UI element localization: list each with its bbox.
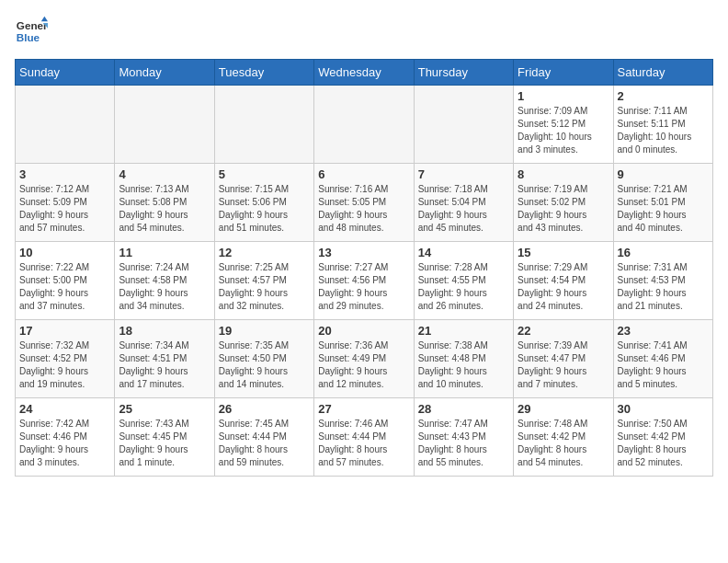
day-cell-27: 27Sunrise: 7:46 AM Sunset: 4:44 PM Dayli… — [314, 398, 414, 477]
day-header-friday: Friday — [514, 60, 613, 86]
day-info: Sunrise: 7:38 AM Sunset: 4:48 PM Dayligh… — [418, 339, 509, 391]
day-cell-30: 30Sunrise: 7:50 AM Sunset: 4:42 PM Dayli… — [613, 398, 712, 477]
calendar-header-row: SundayMondayTuesdayWednesdayThursdayFrid… — [16, 60, 713, 86]
calendar-week-4: 17Sunrise: 7:32 AM Sunset: 4:52 PM Dayli… — [16, 320, 713, 398]
day-info: Sunrise: 7:35 AM Sunset: 4:50 PM Dayligh… — [219, 339, 310, 391]
day-number: 15 — [518, 246, 609, 259]
day-info: Sunrise: 7:09 AM Sunset: 5:12 PM Dayligh… — [518, 105, 609, 156]
day-number: 4 — [119, 167, 210, 181]
day-number: 1 — [518, 89, 609, 103]
day-number: 30 — [618, 402, 709, 416]
day-cell-4: 4Sunrise: 7:13 AM Sunset: 5:08 PM Daylig… — [115, 164, 214, 242]
day-number: 13 — [318, 246, 409, 259]
day-number: 8 — [518, 167, 609, 181]
day-header-monday: Monday — [115, 60, 214, 86]
day-cell-12: 12Sunrise: 7:25 AM Sunset: 4:57 PM Dayli… — [214, 242, 313, 320]
day-info: Sunrise: 7:18 AM Sunset: 5:04 PM Dayligh… — [418, 183, 509, 235]
day-info: Sunrise: 7:22 AM Sunset: 5:00 PM Dayligh… — [19, 261, 110, 313]
day-number: 24 — [19, 402, 110, 416]
day-cell-3: 3Sunrise: 7:12 AM Sunset: 5:09 PM Daylig… — [16, 164, 115, 242]
day-info: Sunrise: 7:41 AM Sunset: 4:46 PM Dayligh… — [618, 339, 709, 391]
day-info: Sunrise: 7:31 AM Sunset: 4:53 PM Dayligh… — [618, 261, 709, 313]
empty-cell — [16, 86, 115, 164]
day-header-sunday: Sunday — [16, 60, 115, 86]
empty-cell — [314, 86, 414, 164]
day-info: Sunrise: 7:47 AM Sunset: 4:43 PM Dayligh… — [418, 418, 509, 469]
day-number: 16 — [618, 246, 709, 259]
day-number: 26 — [219, 402, 310, 416]
day-info: Sunrise: 7:43 AM Sunset: 4:45 PM Dayligh… — [119, 418, 210, 469]
day-cell-9: 9Sunrise: 7:21 AM Sunset: 5:01 PM Daylig… — [613, 164, 712, 242]
day-number: 6 — [318, 167, 409, 181]
day-cell-22: 22Sunrise: 7:39 AM Sunset: 4:47 PM Dayli… — [514, 320, 613, 398]
day-info: Sunrise: 7:19 AM Sunset: 5:02 PM Dayligh… — [518, 183, 609, 235]
day-info: Sunrise: 7:46 AM Sunset: 4:44 PM Dayligh… — [318, 418, 409, 469]
day-cell-11: 11Sunrise: 7:24 AM Sunset: 4:58 PM Dayli… — [115, 242, 214, 320]
day-header-wednesday: Wednesday — [314, 60, 414, 86]
day-info: Sunrise: 7:45 AM Sunset: 4:44 PM Dayligh… — [219, 418, 310, 469]
day-info: Sunrise: 7:42 AM Sunset: 4:46 PM Dayligh… — [19, 418, 110, 469]
day-info: Sunrise: 7:13 AM Sunset: 5:08 PM Dayligh… — [119, 183, 210, 235]
day-info: Sunrise: 7:15 AM Sunset: 5:06 PM Dayligh… — [219, 183, 310, 235]
day-cell-7: 7Sunrise: 7:18 AM Sunset: 5:04 PM Daylig… — [414, 164, 513, 242]
day-number: 19 — [219, 324, 310, 338]
day-header-tuesday: Tuesday — [214, 60, 313, 86]
day-cell-1: 1Sunrise: 7:09 AM Sunset: 5:12 PM Daylig… — [514, 86, 613, 164]
day-number: 21 — [418, 324, 509, 338]
day-info: Sunrise: 7:16 AM Sunset: 5:05 PM Dayligh… — [318, 183, 409, 235]
day-cell-21: 21Sunrise: 7:38 AM Sunset: 4:48 PM Dayli… — [414, 320, 513, 398]
empty-cell — [115, 86, 214, 164]
day-info: Sunrise: 7:25 AM Sunset: 4:57 PM Dayligh… — [219, 261, 310, 313]
calendar-week-1: 1Sunrise: 7:09 AM Sunset: 5:12 PM Daylig… — [16, 86, 713, 164]
day-number: 20 — [318, 324, 409, 338]
day-number: 12 — [219, 246, 310, 259]
day-cell-23: 23Sunrise: 7:41 AM Sunset: 4:46 PM Dayli… — [613, 320, 712, 398]
day-info: Sunrise: 7:12 AM Sunset: 5:09 PM Dayligh… — [19, 183, 110, 235]
day-info: Sunrise: 7:29 AM Sunset: 4:54 PM Dayligh… — [518, 261, 609, 313]
day-header-thursday: Thursday — [414, 60, 513, 86]
day-number: 5 — [219, 167, 310, 181]
day-number: 23 — [618, 324, 709, 338]
day-number: 28 — [418, 402, 509, 416]
day-number: 2 — [618, 89, 709, 103]
day-cell-24: 24Sunrise: 7:42 AM Sunset: 4:46 PM Dayli… — [16, 398, 115, 477]
day-cell-20: 20Sunrise: 7:36 AM Sunset: 4:49 PM Dayli… — [314, 320, 414, 398]
day-number: 14 — [418, 246, 509, 259]
day-cell-8: 8Sunrise: 7:19 AM Sunset: 5:02 PM Daylig… — [514, 164, 613, 242]
day-cell-10: 10Sunrise: 7:22 AM Sunset: 5:00 PM Dayli… — [16, 242, 115, 320]
day-number: 7 — [418, 167, 509, 181]
calendar-week-2: 3Sunrise: 7:12 AM Sunset: 5:09 PM Daylig… — [16, 164, 713, 242]
day-info: Sunrise: 7:28 AM Sunset: 4:55 PM Dayligh… — [418, 261, 509, 313]
logo: General Blue — [15, 15, 48, 48]
day-info: Sunrise: 7:27 AM Sunset: 4:56 PM Dayligh… — [318, 261, 409, 313]
day-info: Sunrise: 7:24 AM Sunset: 4:58 PM Dayligh… — [119, 261, 210, 313]
day-number: 27 — [318, 402, 409, 416]
day-cell-28: 28Sunrise: 7:47 AM Sunset: 4:43 PM Dayli… — [414, 398, 513, 477]
day-info: Sunrise: 7:11 AM Sunset: 5:11 PM Dayligh… — [618, 105, 709, 156]
day-cell-17: 17Sunrise: 7:32 AM Sunset: 4:52 PM Dayli… — [16, 320, 115, 398]
day-number: 10 — [19, 246, 110, 259]
svg-text:Blue: Blue — [17, 31, 40, 43]
day-cell-6: 6Sunrise: 7:16 AM Sunset: 5:05 PM Daylig… — [314, 164, 414, 242]
day-cell-25: 25Sunrise: 7:43 AM Sunset: 4:45 PM Dayli… — [115, 398, 214, 477]
empty-cell — [414, 86, 513, 164]
day-number: 11 — [119, 246, 210, 259]
day-number: 3 — [19, 167, 110, 181]
calendar-week-3: 10Sunrise: 7:22 AM Sunset: 5:00 PM Dayli… — [16, 242, 713, 320]
day-cell-19: 19Sunrise: 7:35 AM Sunset: 4:50 PM Dayli… — [214, 320, 313, 398]
day-cell-26: 26Sunrise: 7:45 AM Sunset: 4:44 PM Dayli… — [214, 398, 313, 477]
day-cell-13: 13Sunrise: 7:27 AM Sunset: 4:56 PM Dayli… — [314, 242, 414, 320]
calendar-week-5: 24Sunrise: 7:42 AM Sunset: 4:46 PM Dayli… — [16, 398, 713, 477]
day-cell-5: 5Sunrise: 7:15 AM Sunset: 5:06 PM Daylig… — [214, 164, 313, 242]
day-cell-29: 29Sunrise: 7:48 AM Sunset: 4:42 PM Dayli… — [514, 398, 613, 477]
day-number: 17 — [19, 324, 110, 338]
logo-icon: General Blue — [15, 15, 48, 48]
day-number: 22 — [518, 324, 609, 338]
empty-cell — [214, 86, 313, 164]
header: General Blue — [15, 15, 713, 48]
day-info: Sunrise: 7:39 AM Sunset: 4:47 PM Dayligh… — [518, 339, 609, 391]
calendar-table: SundayMondayTuesdayWednesdayThursdayFrid… — [15, 59, 713, 477]
day-info: Sunrise: 7:36 AM Sunset: 4:49 PM Dayligh… — [318, 339, 409, 391]
day-info: Sunrise: 7:32 AM Sunset: 4:52 PM Dayligh… — [19, 339, 110, 391]
day-info: Sunrise: 7:21 AM Sunset: 5:01 PM Dayligh… — [618, 183, 709, 235]
